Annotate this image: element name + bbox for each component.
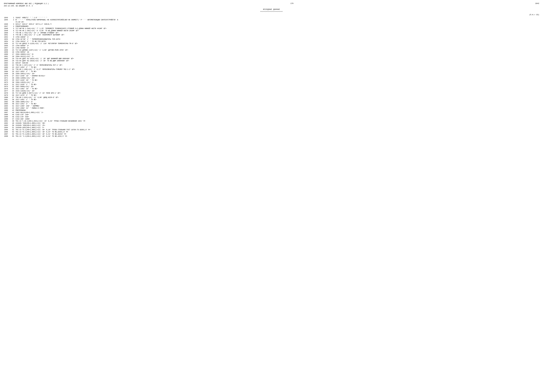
row-id xyxy=(4,21,10,23)
row-num xyxy=(10,21,15,23)
row-id: 1858 xyxy=(4,49,10,51)
row-content: 1504-1006(=14)' 3• xyxy=(15,101,539,103)
table-row: 1875321507-5060(=14)' 10• xyxy=(4,86,539,88)
row-num: 22 xyxy=(10,64,15,66)
row-id: 1852 xyxy=(4,36,10,38)
row-num: 52 xyxy=(10,129,15,131)
row-id: 1849 xyxy=(4,30,10,32)
row-num: 55 xyxy=(10,135,15,137)
row-content: Н25=8' Н28=60 xyxy=(15,62,539,64)
row-content: Т01-13 Т3.1(Н9=1,089)(=13)' 40' 0,31' ТО… xyxy=(15,133,539,135)
table-row: 189047С152-166' 2200• xyxy=(4,118,539,120)
table-row: 1853101704-10'98' 1' ' ТЕРМОПРЕОБРАЗОВАТ… xyxy=(4,38,539,40)
row-num: 39 xyxy=(10,101,15,103)
row-num: 50 xyxy=(10,124,15,127)
row-id: 1860 xyxy=(4,53,10,56)
row-id: 1885 xyxy=(4,107,10,109)
row-id: 1853 xyxy=(4,38,10,40)
table-row: 18463Н23=2' Н24=2' Н25=4' Н27=1,2' Н28=0… xyxy=(4,23,539,25)
row-id: 1889 xyxy=(4,116,10,118)
row-id: 1869 xyxy=(4,73,10,75)
row-content: 1517-1446' 10' ' КНОПКИ КЕ=011• xyxy=(15,75,539,77)
row-num: 19 xyxy=(10,58,15,60)
table-row: 185815Т17-04 ДОП9И1-1197(=14)' 1' 3,60' … xyxy=(4,49,539,51)
table-row: 1881381517-1491' 1' ' ТО ЖЕ• xyxy=(4,99,539,101)
row-id: 1845 xyxy=(4,19,10,21)
data-table: 1844131842' Н9В1Г1' ' ' 1.0' ' ' ' ' '18… xyxy=(4,17,539,137)
row-content: Т17-04 ДОП8 5-0977(=14)' 2' 44' РЕЛЕ БРЭ… xyxy=(15,92,539,94)
table-row: 186724Т36-06 1-430(=14)' 2' 0,17' ПЕРЕКЛ… xyxy=(4,68,539,71)
table-row: 18518ТТО ЖЕ 1-381(=14)' 3' 1,40' ПСИХРОМ… xyxy=(4,34,539,36)
row-content: 1517-1429' 20' ' ТО ЖЕ• xyxy=(15,79,539,81)
row-num: 42 xyxy=(10,107,15,109)
row-num: 14 xyxy=(10,47,15,49)
table-row: 189148Т01-13 Т,18.1(Н9=1,034)(=13)' 15' … xyxy=(4,120,539,122)
row-id: 1851 xyxy=(4,34,10,36)
table-row: 18474РОБОРУДЛВАНИЕ• xyxy=(4,25,539,28)
row-content: 1704-10'98' 1' ' ТЕРМОПРЕОБРАЗОВАТЕЛЬ ТС… xyxy=(15,38,539,40)
row-content: 1517-1481' 10' ' ТО ЖЕ• xyxy=(15,88,539,90)
row-id: 1850 xyxy=(4,32,10,34)
row-content: Т36-08 2-024(=14)' 11' 0,08' ДИОД А226-Б… xyxy=(15,96,539,99)
row-num: 51 xyxy=(10,127,15,129)
row-id: 1895 xyxy=(4,129,10,131)
row-id: 1864 xyxy=(4,62,10,64)
row-num: 41 xyxy=(10,105,15,107)
row-num: 37 xyxy=(10,96,15,99)
row-id: 1892 xyxy=(4,122,10,124)
row-content: Т36-06 1-430(=14)' 2' 0,17' ПЕРЕКЛЮЧАТЕЛ… xyxy=(15,68,539,71)
row-num: 32 xyxy=(10,86,15,88)
table-row: 1883401517-1351' 3' ' ТО ЖЕ• xyxy=(4,103,539,105)
row-num: 54 xyxy=(10,133,15,135)
row-id: 1867 xyxy=(4,68,10,71)
row-id: 1862 xyxy=(4,58,10,60)
row-content: 1504-12069(=14)' 20• xyxy=(15,77,539,79)
table-row: 1872291517-1429' 20' ' ТО ЖЕ• xyxy=(4,79,539,81)
row-num: 36 xyxy=(10,94,15,96)
row-id: 1868 xyxy=(4,71,10,73)
row-num: 47 xyxy=(10,118,15,120)
table-row: 1873301504-12015(=14)' 1• xyxy=(4,81,539,84)
row-num: 53 xyxy=(10,131,15,133)
row-num: 29 xyxy=(10,79,15,81)
row-id: 1865 xyxy=(4,64,10,66)
table-row: 188946С152-178' 530• xyxy=(4,116,539,118)
row-id: 1896 xyxy=(4,131,10,133)
row-num: 4 xyxy=(10,25,15,28)
table-row: 1869261504-18011(=14)' 10• xyxy=(4,73,539,75)
row-id: 1898 xyxy=(4,135,10,137)
row-content: 1517-15N4' 21' ' РАМКА И УПОР• xyxy=(15,107,539,109)
row-content: 1504-18121(=14)' 1• xyxy=(15,56,539,58)
row-id: 1876 xyxy=(4,88,10,90)
row-content: Ю' ' ' ' ' КЛУБ(СТЕНЫ КИРПИЧНЫЕ) НА 425П… xyxy=(15,19,539,21)
table-row: 1884411517-1405' 240' ' КАРММЫ• xyxy=(4,105,539,107)
row-num: 33 xyxy=(10,88,15,90)
row-content: С152-166' 2200• xyxy=(15,118,539,120)
row-content: Т01-13 Т,18.1(Н9=1,034)(=13)' 15' 0,43' … xyxy=(15,120,539,122)
row-content: Т01-13 Т3.1(Н9=1,089)(=13)' 30' 0,24' ТО… xyxy=(15,131,539,133)
row-num: 34 xyxy=(10,90,15,92)
row-content: 1704-10040' 1• xyxy=(15,36,539,38)
program-title: ПРОГРАММНЫЙ КОМПЛЕКС АВС-3ЕС ( РЕДАКЦИЯ … xyxy=(4,3,49,5)
table-row: 1885421517-15N4' 21' ' РАМКА И УПОР• xyxy=(4,107,539,109)
row-num: 10 xyxy=(10,38,15,40)
row-content: 1517-1453' 2' ' ТО ЖЕ• xyxy=(15,66,539,68)
row-id: 1877 xyxy=(4,90,10,92)
row-content: 1517-1653' 2' ' ТО ЖЕ• xyxy=(15,71,539,73)
row-num: 48 xyxy=(10,120,15,122)
table-row: 1876331517-1481' 10' ' ТО ЖЕ• xyxy=(4,88,539,90)
row-num: 38 xyxy=(10,99,15,101)
row-id: 1880 xyxy=(4,96,10,99)
row-num: 17 xyxy=(10,53,15,56)
table-row: 1844131842' Н9В1Г1' ' ' 1.0' ' ' ' ' ' xyxy=(4,17,539,19)
row-num: 12 xyxy=(10,43,15,45)
row-content: 1704-50490' 1• xyxy=(15,47,539,49)
row-id: 1872 xyxy=(4,79,10,81)
row-content: 1504-18093(=14)' 9• xyxy=(15,53,539,56)
table-row: 1887441602-90114(Н9=1,098)(=13)' 1• xyxy=(4,112,539,114)
row-num: 28 xyxy=(10,77,15,79)
row-num: 1 xyxy=(10,17,15,19)
table-row: 186219Т15-04 ДОП7 01-1015(=14)' 1' 20' Щ… xyxy=(4,58,539,60)
row-id: 1874 xyxy=(4,84,10,86)
row-num: 16 xyxy=(10,51,15,53)
